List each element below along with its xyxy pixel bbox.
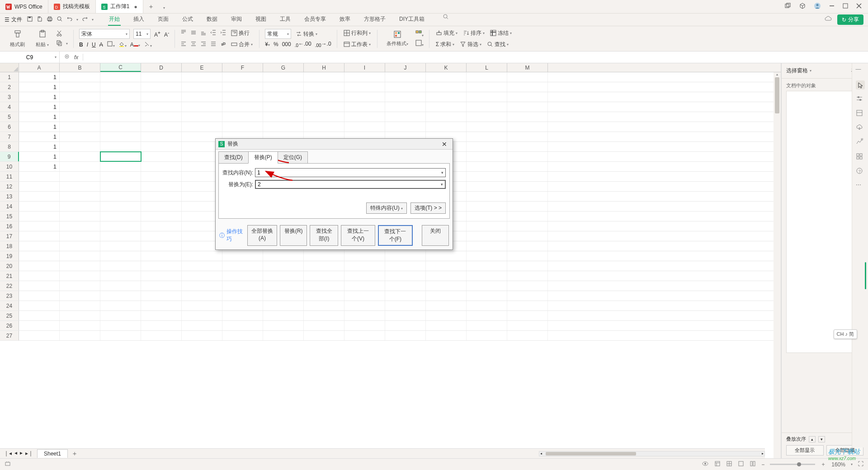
replace-all-button[interactable]: 全部替换(A) (247, 225, 278, 246)
menu-square-grid[interactable]: 方形格子 (363, 14, 387, 26)
cell[interactable] (182, 301, 222, 310)
font-name-select[interactable]: 宋体▾ (79, 29, 130, 39)
cell[interactable] (507, 321, 548, 330)
cell[interactable] (304, 291, 344, 301)
font-size-select[interactable]: 11▾ (133, 29, 151, 39)
cell[interactable] (507, 311, 548, 320)
undo-dropdown-icon[interactable]: ▾ (76, 18, 78, 22)
cell[interactable] (222, 251, 263, 261)
cell-styles-icon[interactable]: ▾ (415, 30, 424, 38)
cell[interactable] (19, 212, 60, 221)
cell[interactable] (507, 162, 548, 171)
cell[interactable] (304, 251, 344, 261)
find-all-button[interactable]: 查找全部(I) (310, 225, 338, 246)
align-center-icon[interactable] (190, 41, 197, 48)
zoom-in-icon[interactable]: ＋ (821, 461, 826, 468)
menu-efficiency[interactable]: 效率 (339, 14, 351, 26)
cell[interactable] (100, 72, 141, 82)
row-header[interactable]: 11 (0, 172, 19, 181)
cell[interactable] (222, 271, 263, 281)
replace-button[interactable]: 替换(R) (280, 225, 307, 246)
cell[interactable] (467, 182, 507, 191)
cell[interactable] (507, 142, 548, 151)
cell[interactable] (304, 321, 344, 330)
scrollbar-thumb[interactable] (775, 77, 779, 113)
cell[interactable] (141, 331, 182, 340)
cell[interactable] (507, 251, 548, 261)
menu-page[interactable]: 页面 (157, 14, 170, 26)
row-header[interactable]: 12 (0, 182, 19, 191)
cell[interactable] (385, 102, 426, 112)
settings-tool-icon[interactable] (856, 95, 865, 104)
cell[interactable] (100, 231, 141, 241)
cell[interactable] (222, 331, 263, 340)
align-middle-icon[interactable] (190, 29, 197, 37)
cell[interactable] (182, 122, 222, 132)
cell[interactable] (19, 231, 60, 241)
thousand-sep-icon[interactable]: 000 (282, 41, 291, 47)
cell[interactable] (60, 301, 100, 310)
select-all-corner[interactable] (0, 63, 19, 72)
cell[interactable] (467, 162, 507, 171)
view-page-icon[interactable] (738, 461, 744, 468)
cell[interactable] (60, 82, 100, 92)
cell[interactable] (141, 221, 182, 231)
cell[interactable] (141, 231, 182, 241)
find-next-button[interactable]: 查找下一个(F) (378, 225, 413, 246)
cell[interactable] (141, 271, 182, 281)
cell[interactable] (467, 231, 507, 241)
fill-button[interactable]: 填充▾ (435, 28, 458, 38)
dialog-tab-replace[interactable]: 替换(P) (248, 151, 278, 164)
cell[interactable] (304, 261, 344, 271)
cell[interactable] (426, 82, 467, 92)
cell[interactable] (467, 192, 507, 201)
row-header[interactable]: 21 (0, 271, 19, 281)
maximize-icon[interactable] (843, 3, 848, 10)
cell[interactable] (507, 221, 548, 231)
row-header[interactable]: 3 (0, 92, 19, 102)
cell[interactable] (263, 261, 304, 271)
view-eye-icon[interactable] (702, 461, 709, 468)
cell[interactable] (385, 331, 426, 340)
orientation-icon[interactable]: ab (220, 41, 226, 48)
cell[interactable] (182, 92, 222, 102)
print-icon[interactable] (47, 16, 53, 24)
cell[interactable] (507, 241, 548, 251)
cell[interactable] (304, 271, 344, 281)
cell[interactable] (60, 182, 100, 191)
cell[interactable] (467, 142, 507, 151)
cell[interactable] (507, 152, 548, 161)
cell[interactable] (507, 182, 548, 191)
column-header[interactable]: L (467, 63, 507, 72)
cell[interactable] (60, 291, 100, 301)
cell[interactable] (467, 112, 507, 122)
app-tab-docer[interactable]: D 找稿壳模板 (48, 0, 96, 13)
cell[interactable] (60, 221, 100, 231)
cell[interactable] (182, 251, 222, 261)
cell[interactable] (263, 82, 304, 92)
cell[interactable] (426, 112, 467, 122)
cell[interactable] (304, 102, 344, 112)
cell[interactable] (344, 271, 385, 281)
cell[interactable] (182, 102, 222, 112)
cell[interactable] (344, 331, 385, 340)
find-input[interactable] (255, 169, 439, 176)
cell[interactable] (385, 321, 426, 330)
options-button[interactable]: 选项(T) > > (410, 202, 446, 214)
share-button[interactable]: ↻ 分享 (837, 14, 863, 25)
cell[interactable] (182, 281, 222, 291)
cell[interactable] (141, 251, 182, 261)
row-header[interactable]: 19 (0, 251, 19, 261)
decrease-decimal-icon[interactable]: .00→.0 (315, 41, 331, 48)
collapse-pane-icon[interactable]: — (856, 66, 865, 75)
cube-icon[interactable] (799, 3, 806, 10)
cell[interactable] (304, 72, 344, 82)
cell[interactable] (467, 212, 507, 221)
cloud-icon[interactable] (825, 16, 832, 24)
column-header[interactable]: F (222, 63, 263, 72)
cell[interactable]: 1 (19, 112, 60, 122)
menu-home[interactable]: 开始 (108, 14, 121, 26)
dialog-tab-goto[interactable]: 定位(G) (278, 151, 308, 164)
cell[interactable]: 1 (19, 82, 60, 92)
sort-button[interactable]: 排序▾ (462, 28, 486, 38)
